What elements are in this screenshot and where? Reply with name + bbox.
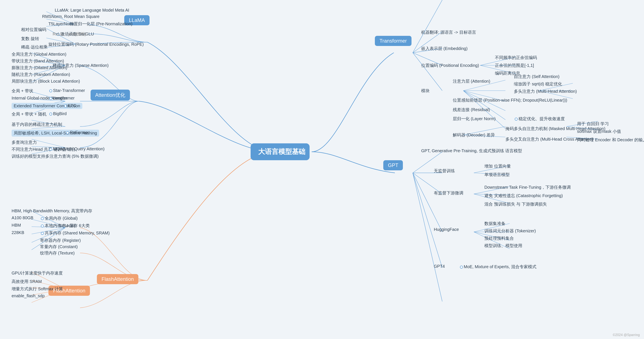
attn-longformer: Longformer: [48, 95, 74, 101]
attn-band: 带状注意力 (Band Attention): [12, 58, 64, 64]
attn-global-random: 全局 + 带状 + 随机: [12, 111, 46, 117]
flash-local-mem: 本地内存 (Local): [40, 222, 76, 229]
svg-line-56: [413, 173, 442, 232]
flash-texture: 纹理内存 (Texture): [40, 250, 74, 256]
flash-a100: A100 80GB: [12, 215, 33, 221]
gpt-unsupervised: 无监督训练: [434, 168, 455, 174]
flash-hbm-desc: HBM, High Bandwidth Memory, 高宽带内存: [12, 208, 92, 214]
gpt4-moe: MoE, Mixture of Experts, 混合专家模式: [459, 263, 536, 270]
attn-mqa-label3: 训练好的模型支持多注意力查询 (5% 数据微调): [12, 153, 98, 160]
branch-transformer: Transformer: [375, 36, 412, 46]
center-node: 大语言模型基础: [250, 143, 310, 160]
llama-pre-norm: 前置归一化层 (Pre-Normalization): [70, 21, 132, 27]
attn-mqa-label1: 多查询注意力: [12, 139, 37, 146]
gpt-fullname: GPT, Generative Pre-Training, 生成式预训练 语言模…: [421, 148, 522, 154]
tf-pos-enc: 位置编码 (Positional Encoding): [421, 62, 479, 69]
branch-attention: Attention优化: [90, 90, 130, 101]
llama-relative-pos: 相对位置编码: [21, 26, 46, 33]
flash-constant: 常量内存 (Constant): [40, 243, 78, 250]
svg-line-35: [413, 0, 442, 53]
llama-rmsnorm: RMSNorm, Root Mean Square: [42, 14, 100, 20]
llama-t5norm: T5LayerNorm: [48, 21, 74, 27]
attn-global: 全局注意力 (Global Attention): [12, 51, 66, 58]
branch-flashattn: FlashAttention: [97, 274, 138, 284]
tf-layernorm: 层归一化 (Layer Norm): [453, 116, 496, 122]
tf-attn-multi: 多头注意力 (Multi-Head Attention): [514, 88, 577, 95]
tf-machine-trans: 机器翻译: 源语言 -> 目标语言: [421, 29, 476, 36]
attn-reformer: ReFormer: [65, 130, 89, 135]
gpt-supervised: 有监督下游微调: [434, 190, 463, 196]
attn-star-label: 全局 + 带状: [12, 88, 33, 94]
branch-gpt: GPT: [383, 160, 403, 170]
gpt-sup-downstream: Downstream Task Fine-Tuning，下游任务微调: [484, 184, 571, 191]
flash-gpu-faster: GPU计算速度快于内存速度: [12, 270, 63, 276]
llama-rope: 旋转位置编码 (Rotary Positional Encodings, RoP…: [48, 41, 144, 48]
gpt-hf-preprocess: 预处理预料集合: [484, 235, 514, 242]
tf-embedding: 嵌入表示层 (Embedding): [421, 45, 468, 52]
tf-masked-sub1: 用于 自回归 学习: [577, 121, 609, 127]
flash-hbm-label: HBM: [12, 222, 21, 228]
gpt-sup-forgetting: 避免 灾难性遗忘 (Catastrophic Forgetting): [484, 192, 563, 199]
gpt-huggingface: HuggingFace: [434, 227, 459, 232]
flash-register: 寄存器内存 (Register): [40, 237, 81, 244]
copyright: ©2024 @Sparring: [612, 333, 640, 337]
gpt-hf-train: 模型训练、模型使用: [484, 242, 522, 249]
flash-sdp: enable_flash_sdp: [12, 293, 45, 299]
llama-sparse-dist: 稀疏·远位相乘: [21, 44, 48, 50]
attn-random: 随机注意力 (Random Attention): [12, 71, 70, 78]
svg-line-34: [413, 53, 442, 91]
attn-star-transformer: Star-Transformer: [48, 88, 85, 93]
gpt-uns-single: 单项语言模型: [484, 171, 510, 178]
attn-mqa: MQA(Multi Query Attention): [48, 146, 105, 152]
tf-attn-scale: 缩放因子 sqrt(d) 稳定优化: [514, 81, 562, 87]
gpt4-label: GPT4: [434, 263, 445, 269]
gpt-hf-data: 数据集准备: [484, 220, 506, 227]
attn-etc: ETC: [63, 103, 76, 109]
tf-pos-sub2: 正余弦的范围是[-1,1]: [495, 62, 534, 69]
flash-global-mem: 全局内存 (Global): [40, 215, 78, 222]
llama-complex-rotate: 复数·旋转: [21, 36, 39, 42]
llama-relu: ReLU ~ y=x(线性): [53, 31, 86, 37]
flash-softmax: 增量方式执行 Softmax 计算: [12, 286, 63, 292]
tf-ffn: 位置感知前馈层 (Position-wise FFN); Dropout(ReL…: [453, 97, 567, 104]
llama-full-name: LLaMA: Large Language Model Meta AI: [55, 7, 129, 13]
attn-dilated: 膨胀注意力 (Dilated Attention): [12, 65, 68, 71]
tf-module: 模块: [421, 88, 430, 94]
tf-layernorm-sub: 稳定优化、提升收敛速度: [514, 116, 565, 122]
tf-attn-self: 自注意力 (Self Attention): [514, 73, 560, 80]
tf-attention-layer: 注意力层 (Attention): [453, 78, 490, 85]
tf-decoder: 解码器 (Decoder) 差异: [453, 132, 495, 138]
attn-reformer-desc: 基于内容的稀疏注意力机制: [12, 121, 62, 128]
gpt-sup-mix: 混合 预训练损失 与 下游微调损失: [484, 201, 547, 207]
attn-bigbird: BigBird: [48, 111, 66, 117]
svg-line-57: [413, 173, 442, 268]
tf-cross-sub: 同时处理 Encoder 和 Decoder 的输入: [577, 137, 644, 143]
flash-sram: 高效使用 SRAM: [12, 278, 42, 285]
tf-masked-sub2: softmax 设置mask 小值: [577, 128, 621, 135]
gpt-uns-pos: 增加 位置向量: [484, 163, 511, 170]
gpt-hf-tokenizer: 训练词元分析器 (Tokenizer): [484, 228, 536, 234]
attn-block-local: 局部块注意力 (Block Local Attention): [12, 78, 80, 85]
tf-pos-sub1: 不同频率的正余弦编码: [495, 54, 537, 61]
flash-shared-mem: 共享内存 (Shared Memory, SRAM): [40, 230, 110, 236]
tf-residual: 残差连接 (Residual): [453, 107, 490, 113]
flash-228kb: 228KB: [12, 230, 24, 235]
